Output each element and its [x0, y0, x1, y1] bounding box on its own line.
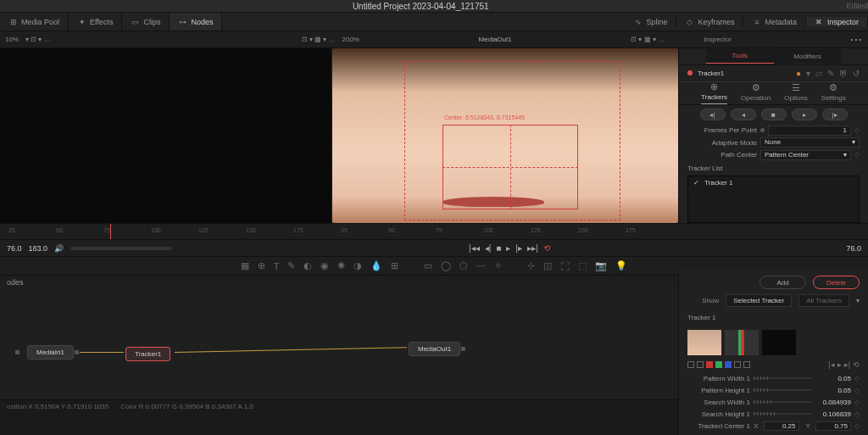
channel-l-icon[interactable] [697, 361, 704, 368]
go-start-icon[interactable]: |◂◂ [469, 243, 480, 253]
tracked-center-x[interactable]: 0.25 [764, 421, 799, 431]
play-fwd-icon[interactable]: ▸ [837, 360, 842, 369]
keyframe-diamond-icon[interactable]: ◇ [854, 375, 860, 382]
viewer-right[interactable]: Center: 0.5128043, 0.7315445 [332, 48, 678, 223]
node-versions-icon[interactable]: ▾ [806, 69, 810, 78]
timecode-right[interactable]: 76.0 [846, 244, 861, 253]
pattern-height-value[interactable]: 0.05 [815, 387, 851, 394]
keyframe-diamond-icon[interactable]: ◇ [854, 387, 860, 394]
nav-inspector[interactable]: ✖Inspector [806, 17, 868, 26]
step-fwd-icon[interactable]: |▸ [515, 243, 522, 253]
step-back-icon[interactable]: ◂| [485, 243, 492, 253]
view-opts-mid-icon[interactable]: ⊡ ▾ ▦ ▾ … [302, 36, 336, 43]
tool-drop-icon[interactable]: 💧 [370, 260, 382, 271]
play-back-icon[interactable]: |◂ [828, 360, 834, 369]
tool-ellipse-icon[interactable]: ◯ [441, 260, 451, 271]
zoom-left[interactable]: 10% [5, 36, 19, 43]
stop-icon[interactable]: ■ [496, 243, 501, 253]
subtab-options[interactable]: ☰Options [784, 83, 808, 104]
nav-clips[interactable]: ▭Clips [122, 13, 170, 31]
inspector-menu-icon[interactable]: ••• [851, 36, 863, 43]
node-lock-icon[interactable]: ⛨ [839, 69, 848, 78]
pattern-height-slider[interactable] [754, 389, 812, 391]
tab-tools[interactable]: Tools [706, 48, 774, 64]
node-mediain[interactable]: MediaIn1 [27, 345, 74, 360]
nav-effects[interactable]: ✦Effects [69, 13, 122, 31]
tool-mask-icon[interactable]: ◐ [303, 260, 312, 271]
scrub-bar[interactable] [70, 247, 172, 250]
track-reverse-from-end[interactable]: ◂| [700, 109, 726, 120]
tool-xf-icon[interactable]: ⊞ [391, 260, 398, 271]
chevron-down-icon[interactable]: ▾ [856, 297, 860, 304]
search-height-slider[interactable] [754, 413, 812, 415]
tool-planar-icon[interactable]: ◫ [543, 260, 552, 271]
node-port[interactable] [15, 350, 19, 354]
node-port[interactable] [461, 347, 465, 351]
subtab-trackers[interactable]: ⊕Trackers [701, 82, 727, 104]
tool-wand-icon[interactable]: ✧ [494, 260, 502, 271]
show-selected[interactable]: Selected Tracker [726, 294, 792, 307]
keyframe-diamond-icon[interactable]: ◇ [854, 422, 860, 430]
match-thumbnail[interactable] [725, 330, 759, 355]
inspector-node-header[interactable]: Tracker1 ● ▾ ▱ ✎ ⛨ ↺ [679, 65, 868, 82]
tool-camera-icon[interactable]: 📷 [595, 260, 607, 271]
view-opts-right-icon[interactable]: ⊡ ▾ ▦ ▾ … [631, 36, 665, 43]
keyframe-diamond-icon[interactable]: ◇ [854, 126, 860, 134]
track-stop[interactable]: ■ [761, 109, 787, 120]
go-end-icon[interactable]: ▸▸| [527, 243, 538, 253]
tracker-list-item[interactable]: ✓Tracker 1 [688, 176, 859, 189]
keyframe-diamond-icon[interactable]: ◇ [854, 410, 860, 418]
channel-extra-icon[interactable] [743, 361, 750, 368]
node-color-icon[interactable]: ● [796, 69, 801, 78]
pattern-width-slider[interactable] [754, 377, 812, 379]
tool-tracker-icon[interactable]: ⊹ [527, 260, 535, 271]
zoom-mid[interactable]: 200% [342, 36, 359, 43]
viewer-left[interactable] [0, 48, 332, 223]
nav-spline[interactable]: ∿Spline [625, 17, 676, 26]
adaptive-mode-select[interactable]: None▾ [760, 137, 860, 148]
play-end-icon[interactable]: ▸| [844, 360, 850, 369]
tracker-list[interactable]: ✓Tracker 1 [687, 176, 860, 223]
node-port[interactable] [75, 350, 79, 354]
keyframe-dot-icon[interactable] [760, 128, 765, 132]
tool-text-icon[interactable]: T [274, 261, 280, 271]
node-link[interactable] [80, 352, 124, 353]
keyframe-diamond-icon[interactable]: ◇ [854, 399, 860, 406]
playhead[interactable] [110, 224, 111, 239]
track-forward[interactable]: ▸ [792, 109, 817, 120]
track-forward-from-start[interactable]: |▸ [822, 109, 848, 120]
tool-blur-icon[interactable]: ◉ [320, 260, 329, 271]
loop-icon[interactable]: ⟲ [543, 243, 550, 253]
add-button[interactable]: Add [760, 276, 806, 289]
tool-color-icon[interactable]: ◑ [353, 260, 362, 271]
node-mediaout[interactable]: MediaOut1 [409, 342, 460, 356]
loop-icon[interactable]: ⟲ [853, 360, 860, 369]
nav-metadata[interactable]: ≡Metadata [743, 17, 806, 26]
tool-paint-icon[interactable]: ✎ [287, 260, 295, 271]
channel-a2-icon[interactable] [734, 361, 741, 368]
subtab-settings[interactable]: ⚙Settings [821, 83, 846, 104]
tool-bg-icon[interactable]: ▦ [241, 260, 249, 271]
play-icon[interactable]: ▸ [506, 243, 510, 253]
tool-poly-icon[interactable]: ⬠ [459, 260, 468, 271]
view-opts-left-icon[interactable]: ▾ ⊡ ▾ … [25, 36, 51, 43]
node-enable-dot[interactable] [687, 70, 693, 75]
tracked-center-y[interactable]: 0.75 [815, 421, 851, 431]
node-pin-icon[interactable]: ✎ [827, 69, 834, 78]
nav-keyframes[interactable]: ◇Keyframes [676, 17, 743, 26]
show-all[interactable]: All Trackers [798, 294, 849, 307]
channel-a-icon[interactable] [687, 361, 694, 368]
path-center-select[interactable]: Pattern Center▾ [760, 150, 851, 160]
channel-r-icon[interactable] [706, 361, 713, 368]
channel-b-icon[interactable] [725, 361, 732, 368]
track-reverse[interactable]: ◂ [731, 109, 756, 120]
tool-corner-icon[interactable]: ⛶ [560, 261, 570, 271]
timecode-current[interactable]: 76.0 [7, 244, 22, 253]
nav-nodes[interactable]: ⊶Nodes [170, 13, 222, 31]
node-link[interactable] [175, 347, 407, 353]
channel-g-icon[interactable] [715, 361, 722, 368]
search-height-value[interactable]: 0.106839 [815, 410, 851, 418]
search-thumbnail[interactable] [762, 330, 796, 355]
tool-rect-icon[interactable]: ▭ [424, 260, 432, 271]
tab-modifiers[interactable]: Modifiers [774, 49, 842, 64]
